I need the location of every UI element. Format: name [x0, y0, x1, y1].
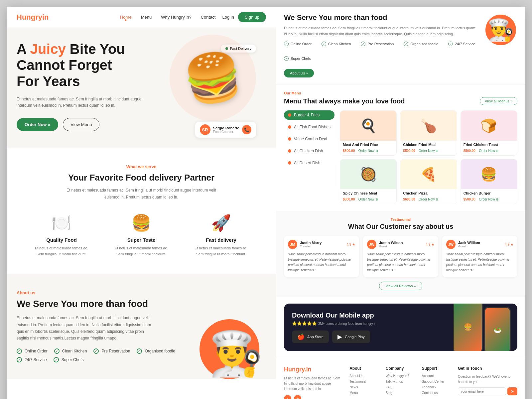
arf-2: ✓ Clean Kitchen — [322, 42, 351, 46]
menu-item-img-3: 🍞 — [461, 111, 517, 141]
footer-about-link-4[interactable]: Menu — [349, 391, 379, 395]
menu-card-info-4: Spicy Chinese Meal $800.00 Order Now ⊕ — [340, 189, 396, 204]
menu-item-order-3[interactable]: Order Now ⊕ — [479, 149, 498, 153]
cat-label-2: All Fish Food Dishes — [294, 125, 331, 129]
check-circle-4: ✓ — [404, 42, 408, 46]
footer-about-link-2[interactable]: Testimonial — [349, 380, 379, 383]
feature-taste-desc: Et netus et malesuada fames ac. Sem frin… — [111, 245, 171, 257]
nav-contact[interactable]: Contact — [201, 15, 216, 20]
feature-delivery-name: Fast delivery — [191, 237, 251, 243]
menu-cat-fish[interactable]: All Fish Food Dishes — [284, 122, 334, 132]
left-panel: Hungryin Home Menu Why Hungry.in? Contac… — [7, 7, 276, 399]
menu-item-name-2: Chicken Fried Meal — [403, 143, 454, 147]
menu-card-info-5: Chicken Pizza $600.00 Order Now ⊕ — [400, 189, 457, 204]
menu-item-order-2[interactable]: Order Now ⊕ — [419, 149, 438, 153]
social-twitter[interactable]: t — [284, 395, 291, 399]
testimonial-section: Testimonial What Our Customer say about … — [276, 211, 525, 297]
order-now-button[interactable]: Order Now » — [17, 118, 58, 131]
phone-screen-1: 🍔 — [454, 304, 482, 351]
footer-about-link-3[interactable]: News — [349, 385, 379, 389]
footer-company-link-2[interactable]: Talk with us — [386, 380, 415, 383]
footer-support-link-4[interactable]: Contact us — [422, 391, 451, 395]
appstore-label: App Store — [307, 335, 324, 339]
menu-header: Menu That always make you love food View… — [284, 97, 517, 105]
feature-quality-name: Quality Food — [32, 237, 91, 243]
footer-company-link-3[interactable]: FAQ — [386, 385, 415, 389]
reviewer-1: JM Justin Marry Traveler 4.9 ★ — [288, 240, 355, 249]
menu-cat-chicken[interactable]: All Chicken Dish — [284, 146, 334, 156]
about-us-button[interactable]: About Us » — [284, 69, 314, 77]
menu-item-price-3: $500.00 — [464, 149, 475, 153]
about-feat-6: Super Chefs — [54, 357, 84, 362]
menu-card-1: 🍳 Meat And Fried Rice $800.00 Order Now … — [340, 110, 397, 156]
burger-emoji: 🍔 — [180, 46, 246, 110]
menu-item-order-4[interactable]: Order Now ⊕ — [358, 198, 378, 201]
google-play-button[interactable]: ▶ Google Play — [332, 331, 370, 343]
reviewer-2: JW Justin Wilson Guest 4.9 ★ — [367, 240, 434, 249]
app-section: Download Our Mobile app ⭐⭐⭐⭐⭐ 3M+ users … — [284, 304, 517, 351]
footer-support-link-3[interactable]: Feedback — [422, 385, 451, 389]
login-button[interactable]: Log in — [222, 15, 234, 20]
cat-label-3: Value Combo Deal — [294, 137, 327, 141]
chef-right-visual: 👨‍🍳 — [484, 13, 517, 47]
phone-mockup-1: 🍔 — [453, 304, 483, 351]
menu-cat-burger[interactable]: Burger & Fries — [284, 110, 334, 120]
footer-company-link-4[interactable]: Blog — [386, 391, 415, 395]
footer-support-link-1[interactable]: Account — [422, 374, 451, 378]
menu-item-name-1: Meat And Fried Rice — [343, 143, 394, 147]
cat-dot-4 — [288, 149, 291, 153]
signup-button[interactable]: Sign up — [238, 12, 266, 22]
check-circle-1: ✓ — [284, 42, 289, 46]
arf-5: ✓ 24/7 Service — [448, 42, 475, 46]
cat-dot-2 — [288, 125, 291, 129]
menu-item-name-6: Chicken Burger — [464, 191, 514, 195]
appstore-button[interactable]: 🍎 App Store — [292, 331, 329, 343]
chef-emoji: 👨‍🍳 — [209, 329, 263, 379]
phone-icon[interactable]: 📞 — [242, 125, 251, 134]
check-5 — [17, 357, 22, 362]
phone-mockup-2: 🥗 — [484, 307, 511, 351]
menu-card-3: 🍞 Fried Chicken Toast $500.00 Order Now … — [461, 110, 517, 156]
footer-support-link-2[interactable]: Support Center — [422, 380, 451, 383]
menu-cat-combo[interactable]: Value Combo Deal — [284, 134, 334, 144]
footer-about-link-1[interactable]: About Us — [349, 374, 379, 378]
arf-4: ✓ Organised foodie — [404, 42, 438, 46]
menu-tag: Our Menu — [284, 91, 517, 95]
view-menu-button[interactable]: View Menu — [63, 118, 99, 131]
arf-label-5: 24/7 Service — [455, 42, 475, 46]
menu-item-order-6[interactable]: Order Now ⊕ — [479, 198, 498, 201]
footer-company-link-1[interactable]: Why Hungry.in? — [386, 374, 415, 378]
view-reviews-button[interactable]: View all Reviews » — [379, 282, 422, 290]
footer-email-input[interactable] — [458, 387, 506, 395]
reviewer-rating-1: 4.9 ★ — [346, 243, 355, 246]
menu-title: Menu That always make you love food — [284, 97, 405, 105]
view-reviews-container: View all Reviews » — [284, 282, 517, 290]
user-name: Sergio Robarto — [213, 126, 239, 130]
footer: Hungry.in Et netus et malesuada fames ac… — [276, 358, 525, 399]
about-right-inner: 👨‍🍳 We Serve You more than food Et netus… — [284, 13, 517, 77]
nav-menu[interactable]: Menu — [141, 15, 152, 20]
footer-send-button[interactable]: ➤ — [507, 387, 517, 395]
hero-title: A Juicy Bite YouCannot ForgetFor Years — [17, 41, 143, 89]
menu-card-info-1: Meat And Fried Rice $800.00 Order Now ⊕ — [340, 141, 396, 155]
menu-item-price-4: $800.00 — [343, 198, 355, 201]
view-all-menus-button[interactable]: View all Menus » — [480, 97, 517, 105]
menu-item-order-1[interactable]: Order Now ⊕ — [358, 149, 378, 153]
arf-label-3: Pre Reservation — [367, 42, 394, 46]
nav-home[interactable]: Home — [120, 15, 132, 20]
menu-item-price-1: $800.00 — [343, 149, 355, 153]
about-feat-3: Pre Reservation — [93, 348, 130, 354]
appstore-icon: 🍎 — [297, 333, 305, 340]
menu-card-4: 🥘 Spicy Chinese Meal $800.00 Order Now ⊕ — [340, 159, 397, 204]
social-instagram[interactable]: in — [294, 395, 301, 399]
menu-item-order-5[interactable]: Order Now ⊕ — [419, 198, 438, 201]
footer-grid: Hungry.in Et netus et malesuada fames ac… — [284, 366, 517, 399]
cat-label-4: All Chicken Dish — [294, 149, 323, 153]
nav-why[interactable]: Why Hungry.in? — [161, 15, 192, 20]
feat-label-4: Organised foodie — [145, 349, 175, 353]
arf-6: ✓ Super Chefs — [284, 56, 311, 61]
menu-card-info-2: Chicken Fried Meal $500.00 Order Now ⊕ — [400, 141, 457, 155]
footer-about-col: About About Us Testimonial News Menu — [349, 366, 379, 399]
menu-cat-desert[interactable]: All Desert Dish — [284, 158, 334, 168]
feature-quality: 🍽️ Quality Food Et netus et malesuada fa… — [32, 214, 91, 257]
